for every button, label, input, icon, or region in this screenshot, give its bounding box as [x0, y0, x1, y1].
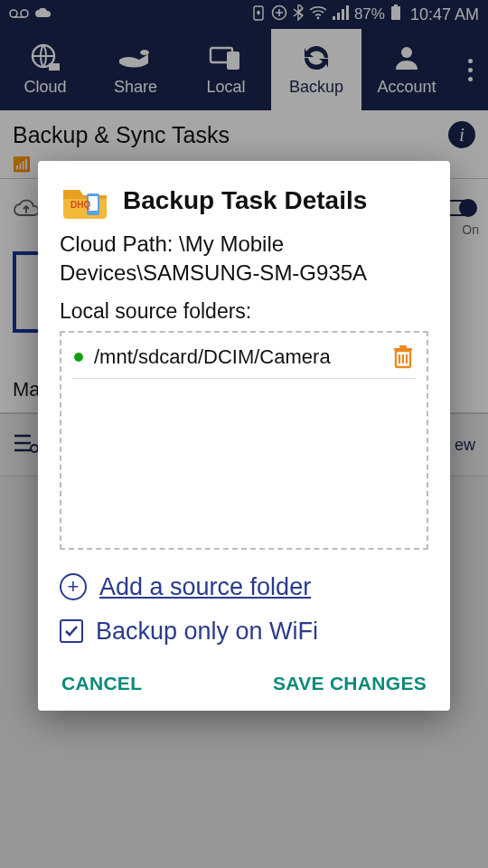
- source-folders-box: /mnt/sdcard/DCIM/Camera: [60, 331, 428, 550]
- source-folder-item[interactable]: /mnt/sdcard/DCIM/Camera: [72, 342, 416, 379]
- svg-rect-24: [394, 348, 412, 351]
- cloud-path-label: Cloud Path:: [60, 231, 173, 256]
- status-dot-icon: [74, 353, 83, 362]
- cancel-button[interactable]: CANCEL: [61, 673, 142, 694]
- cloud-path: Cloud Path: \My Mobile Devices\SAMSUNG-S…: [60, 230, 428, 288]
- add-source-label: Add a source folder: [99, 573, 311, 601]
- wifi-only-row[interactable]: Backup only on WiFi: [60, 618, 428, 646]
- wifi-only-label: Backup only on WiFi: [96, 618, 318, 646]
- plus-circle-icon: +: [60, 573, 87, 600]
- save-changes-button[interactable]: SAVE CHANGES: [273, 673, 427, 694]
- dialog-title: Backup Task Details: [123, 186, 428, 215]
- backup-task-dialog: DHQ Backup Task Details Cloud Path: \My …: [38, 161, 450, 711]
- svg-text:DHQ: DHQ: [70, 200, 90, 210]
- checkbox-checked-icon: [60, 619, 83, 643]
- dialog-actions: CANCEL SAVE CHANGES: [60, 673, 428, 694]
- svg-rect-25: [399, 345, 407, 348]
- delete-folder-button[interactable]: [392, 345, 414, 369]
- dhq-folder-icon: DHQ: [60, 181, 110, 221]
- add-source-row[interactable]: + Add a source folder: [60, 573, 428, 601]
- local-sources-label: Local source folders:: [60, 299, 428, 324]
- folder-path: /mnt/sdcard/DCIM/Camera: [94, 345, 381, 369]
